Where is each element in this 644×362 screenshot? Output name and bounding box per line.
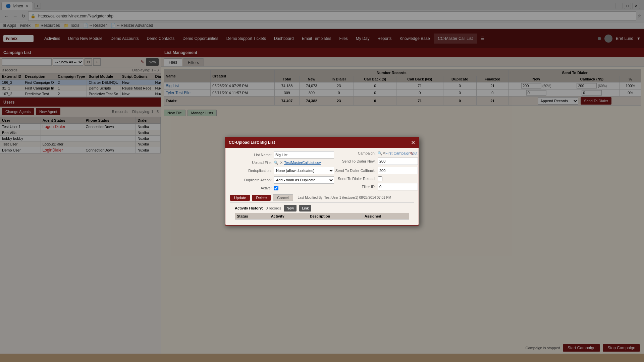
col-assigned: Assigned [363, 213, 409, 219]
upload-file-row: Upload File: 🔍 ✕ TestMasterCallList.csv [230, 161, 334, 165]
activity-table: Status Activity Description Assigned [235, 213, 409, 220]
active-row: Active: [230, 186, 334, 190]
col-description: Description [308, 213, 363, 219]
send-dialer-new-row: Send To Dialer New: [334, 158, 418, 165]
send-dialer-callback-label: Send To Dialer Callback: [334, 169, 378, 173]
campaign-row: Campaign: 🔍 ✕ First Campaign Out [334, 151, 418, 156]
campaign-search-icon[interactable]: 🔍 [378, 151, 382, 156]
campaign-link[interactable]: First Campaign Out [385, 151, 417, 155]
active-label: Active: [230, 186, 274, 190]
send-dialer-new-label: Send To Dialer New: [334, 159, 378, 163]
last-modified-text: Last Modified By: Test User 1 (testuser1… [298, 196, 391, 199]
send-dialer-reload-checkbox[interactable] [378, 176, 382, 181]
activity-link-btn[interactable]: Link [299, 205, 311, 212]
modal-delete-btn[interactable]: Delete [252, 195, 271, 201]
modal-form: List Name: Upload File: 🔍 ✕ TestMasterCa… [230, 151, 410, 192]
modal-header: CC-Upload List: Big List ✕ [225, 137, 419, 148]
deduplication-select[interactable]: None (allow duplicates) [274, 167, 334, 174]
filter-id-input[interactable] [378, 183, 418, 190]
campaign-label: Campaign: [334, 151, 378, 155]
filter-id-row: Filter ID: [334, 183, 418, 190]
list-name-label: List Name: [230, 153, 274, 157]
deduplication-row: Deduplication: None (allow duplicates) [230, 167, 334, 174]
activity-header: Activity History: 0 records New Link [235, 205, 409, 212]
form-left-col: List Name: Upload File: 🔍 ✕ TestMasterCa… [230, 151, 334, 192]
list-name-input[interactable] [274, 151, 334, 159]
duplicate-action-select[interactable]: Add - mark as Duplicate [274, 176, 334, 184]
upload-row: 🔍 ✕ TestMasterCallList.csv [274, 161, 321, 165]
modal-overlay: CC-Upload List: Big List ✕ ✎ List Name: … [0, 0, 644, 362]
duplicate-action-row: Duplicate Action: Add - mark as Duplicat… [230, 176, 334, 184]
upload-file-link[interactable]: TestMasterCallList.csv [284, 161, 321, 165]
modal-buttons: Update Delete Cancel Last Modified By: T… [230, 192, 414, 202]
deduplication-label: Deduplication: [230, 169, 274, 173]
send-dialer-callback-input[interactable] [378, 167, 418, 174]
activity-history-section: Activity History: 0 records New Link Sta… [230, 202, 414, 222]
modal-title: CC-Upload List: Big List [229, 140, 275, 145]
send-dialer-new-input[interactable] [378, 158, 418, 165]
cc-upload-list-modal: CC-Upload List: Big List ✕ ✎ List Name: … [225, 137, 419, 226]
send-dialer-reload-label: Send To Dialer Reload: [334, 177, 378, 181]
filter-id-label: Filter ID: [334, 185, 378, 189]
search-icon[interactable]: 🔍 [274, 161, 278, 165]
form-right-col: Campaign: 🔍 ✕ First Campaign Out Send To… [334, 151, 418, 192]
active-checkbox[interactable] [274, 186, 278, 190]
duplicate-action-label: Duplicate Action: [230, 178, 274, 182]
campaign-clear-icon[interactable]: ✕ [382, 151, 385, 156]
modal-cancel-btn[interactable]: Cancel [273, 194, 293, 201]
send-dialer-reload-row: Send To Dialer Reload: [334, 176, 418, 181]
send-dialer-callback-row: Send To Dialer Callback: [334, 167, 418, 174]
activity-history-label: Activity History: [235, 206, 263, 210]
activity-history-count: 0 records [266, 206, 281, 210]
modal-update-btn[interactable]: Update [230, 195, 250, 201]
activity-new-btn[interactable]: New [284, 205, 297, 212]
modal-close-btn[interactable]: ✕ [411, 139, 415, 146]
list-name-row: List Name: [230, 151, 334, 159]
modal-body: ✎ List Name: Upload File: 🔍 ✕ TestMaster… [225, 148, 419, 225]
upload-file-label: Upload File: [230, 161, 274, 165]
col-activity: Activity [269, 213, 308, 219]
delete-file-icon[interactable]: ✕ [280, 161, 283, 165]
col-status: Status [235, 213, 269, 219]
